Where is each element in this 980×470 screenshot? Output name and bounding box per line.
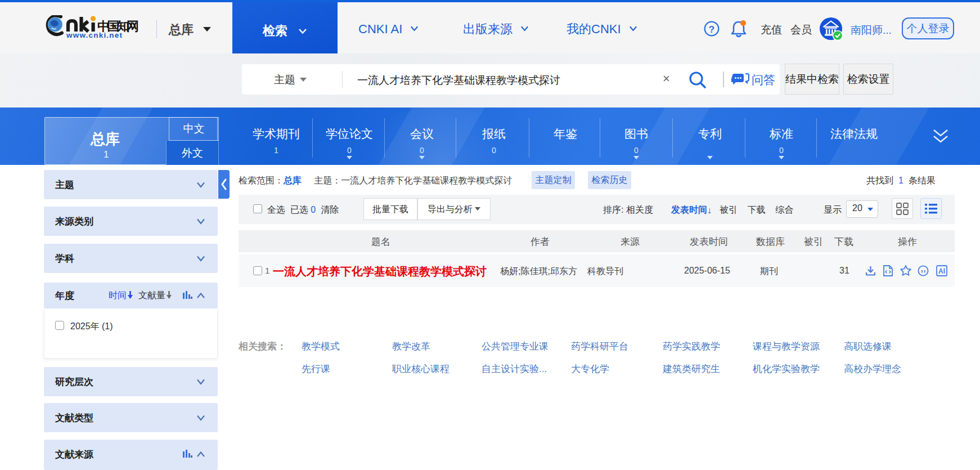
svg-text:www.cnki.net: www.cnki.net xyxy=(66,31,123,39)
svg-text:?: ? xyxy=(709,24,714,35)
svg-text:AI: AI xyxy=(938,267,945,275)
